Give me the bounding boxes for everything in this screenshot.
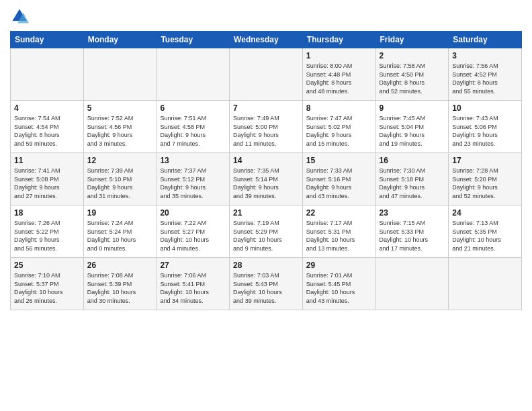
calendar-cell: 26Sunrise: 7:08 AM Sunset: 5:39 PM Dayli…	[83, 258, 157, 310]
day-info: Sunrise: 7:28 AM Sunset: 5:20 PM Dayligh…	[452, 167, 518, 200]
header-day-thursday: Thursday	[302, 32, 375, 48]
day-info: Sunrise: 7:51 AM Sunset: 4:58 PM Dayligh…	[160, 114, 226, 148]
calendar-cell: 23Sunrise: 7:15 AM Sunset: 5:33 PM Dayli…	[375, 205, 449, 258]
day-number: 16	[380, 156, 445, 165]
calendar-cell: 9Sunrise: 7:45 AM Sunset: 5:04 PM Daylig…	[375, 101, 449, 153]
day-number: 9	[380, 103, 445, 113]
day-number: 10	[452, 103, 518, 113]
logo-icon	[10, 7, 29, 26]
day-number: 2	[380, 51, 445, 60]
calendar-cell	[11, 48, 84, 101]
header-day-sunday: Sunday	[11, 32, 84, 48]
logo	[10, 7, 32, 26]
day-info: Sunrise: 7:06 AM Sunset: 5:41 PM Dayligh…	[160, 271, 226, 305]
header-day-wednesday: Wednesday	[230, 32, 303, 48]
day-info: Sunrise: 7:08 AM Sunset: 5:39 PM Dayligh…	[87, 271, 153, 305]
calendar-week-0: 1Sunrise: 8:00 AM Sunset: 4:48 PM Daylig…	[11, 48, 522, 101]
calendar-week-4: 25Sunrise: 7:10 AM Sunset: 5:37 PM Dayli…	[11, 258, 522, 310]
day-number: 25	[14, 261, 80, 270]
day-number: 1	[306, 51, 372, 60]
calendar-cell: 29Sunrise: 7:01 AM Sunset: 5:45 PM Dayli…	[302, 258, 375, 310]
calendar-cell: 11Sunrise: 7:41 AM Sunset: 5:08 PM Dayli…	[11, 153, 84, 205]
day-number: 26	[87, 261, 153, 270]
calendar-cell: 2Sunrise: 7:58 AM Sunset: 4:50 PM Daylig…	[375, 48, 449, 101]
day-number: 29	[306, 261, 372, 270]
day-info: Sunrise: 7:58 AM Sunset: 4:50 PM Dayligh…	[380, 62, 445, 95]
day-number: 22	[306, 208, 372, 218]
calendar-cell: 18Sunrise: 7:26 AM Sunset: 5:22 PM Dayli…	[11, 205, 84, 258]
day-info: Sunrise: 7:49 AM Sunset: 5:00 PM Dayligh…	[233, 114, 299, 148]
page-container: SundayMondayTuesdayWednesdayThursdayFrid…	[0, 0, 532, 314]
day-number: 24	[452, 208, 518, 218]
calendar-cell: 22Sunrise: 7:17 AM Sunset: 5:31 PM Dayli…	[302, 205, 375, 258]
calendar-cell	[230, 48, 303, 101]
day-info: Sunrise: 7:35 AM Sunset: 5:14 PM Dayligh…	[233, 167, 299, 200]
day-info: Sunrise: 7:24 AM Sunset: 5:24 PM Dayligh…	[87, 219, 153, 253]
calendar-cell: 10Sunrise: 7:43 AM Sunset: 5:06 PM Dayli…	[449, 101, 522, 153]
calendar-cell	[83, 48, 157, 101]
day-number: 18	[14, 208, 80, 218]
header-row: SundayMondayTuesdayWednesdayThursdayFrid…	[11, 32, 522, 48]
calendar-week-2: 11Sunrise: 7:41 AM Sunset: 5:08 PM Dayli…	[11, 153, 522, 205]
calendar-cell: 17Sunrise: 7:28 AM Sunset: 5:20 PM Dayli…	[449, 153, 522, 205]
calendar-table: SundayMondayTuesdayWednesdayThursdayFrid…	[10, 31, 522, 310]
calendar-cell: 13Sunrise: 7:37 AM Sunset: 5:12 PM Dayli…	[157, 153, 230, 205]
calendar-cell: 12Sunrise: 7:39 AM Sunset: 5:10 PM Dayli…	[83, 153, 157, 205]
day-number: 23	[380, 208, 445, 218]
day-info: Sunrise: 7:45 AM Sunset: 5:04 PM Dayligh…	[380, 114, 445, 148]
day-info: Sunrise: 7:03 AM Sunset: 5:43 PM Dayligh…	[233, 271, 299, 305]
calendar-cell: 28Sunrise: 7:03 AM Sunset: 5:43 PM Dayli…	[230, 258, 303, 310]
day-info: Sunrise: 8:00 AM Sunset: 4:48 PM Dayligh…	[306, 62, 372, 95]
calendar-week-1: 4Sunrise: 7:54 AM Sunset: 4:54 PM Daylig…	[11, 101, 522, 153]
day-info: Sunrise: 7:30 AM Sunset: 5:18 PM Dayligh…	[380, 167, 445, 200]
day-number: 13	[160, 156, 226, 165]
day-number: 15	[306, 156, 372, 165]
day-info: Sunrise: 7:13 AM Sunset: 5:35 PM Dayligh…	[452, 219, 518, 253]
day-number: 21	[233, 208, 299, 218]
day-info: Sunrise: 7:47 AM Sunset: 5:02 PM Dayligh…	[306, 114, 372, 148]
calendar-cell: 27Sunrise: 7:06 AM Sunset: 5:41 PM Dayli…	[157, 258, 230, 310]
day-number: 14	[233, 156, 299, 165]
calendar-cell	[157, 48, 230, 101]
calendar-cell: 20Sunrise: 7:22 AM Sunset: 5:27 PM Dayli…	[157, 205, 230, 258]
calendar-cell: 24Sunrise: 7:13 AM Sunset: 5:35 PM Dayli…	[449, 205, 522, 258]
day-info: Sunrise: 7:56 AM Sunset: 4:52 PM Dayligh…	[452, 62, 518, 95]
day-info: Sunrise: 7:43 AM Sunset: 5:06 PM Dayligh…	[452, 114, 518, 148]
calendar-body: 1Sunrise: 8:00 AM Sunset: 4:48 PM Daylig…	[11, 48, 522, 310]
day-info: Sunrise: 7:33 AM Sunset: 5:16 PM Dayligh…	[306, 167, 372, 200]
day-info: Sunrise: 7:15 AM Sunset: 5:33 PM Dayligh…	[380, 219, 445, 253]
day-number: 11	[14, 156, 80, 165]
header-day-saturday: Saturday	[449, 32, 522, 48]
day-info: Sunrise: 7:26 AM Sunset: 5:22 PM Dayligh…	[14, 219, 80, 253]
day-info: Sunrise: 7:39 AM Sunset: 5:10 PM Dayligh…	[87, 167, 153, 200]
calendar-cell: 6Sunrise: 7:51 AM Sunset: 4:58 PM Daylig…	[157, 101, 230, 153]
day-info: Sunrise: 7:19 AM Sunset: 5:29 PM Dayligh…	[233, 219, 299, 253]
header-day-tuesday: Tuesday	[157, 32, 230, 48]
day-number: 7	[233, 103, 299, 113]
calendar-cell: 3Sunrise: 7:56 AM Sunset: 4:52 PM Daylig…	[449, 48, 522, 101]
calendar-cell: 7Sunrise: 7:49 AM Sunset: 5:00 PM Daylig…	[230, 101, 303, 153]
header-day-monday: Monday	[83, 32, 157, 48]
calendar-cell: 25Sunrise: 7:10 AM Sunset: 5:37 PM Dayli…	[11, 258, 84, 310]
day-number: 28	[233, 261, 299, 270]
calendar-cell: 21Sunrise: 7:19 AM Sunset: 5:29 PM Dayli…	[230, 205, 303, 258]
calendar-cell: 14Sunrise: 7:35 AM Sunset: 5:14 PM Dayli…	[230, 153, 303, 205]
day-info: Sunrise: 7:17 AM Sunset: 5:31 PM Dayligh…	[306, 219, 372, 253]
day-number: 19	[87, 208, 153, 218]
calendar-cell	[375, 258, 449, 310]
day-number: 27	[160, 261, 226, 270]
day-number: 20	[160, 208, 226, 218]
day-info: Sunrise: 7:41 AM Sunset: 5:08 PM Dayligh…	[14, 167, 80, 200]
day-number: 6	[160, 103, 226, 113]
day-info: Sunrise: 7:01 AM Sunset: 5:45 PM Dayligh…	[306, 271, 372, 305]
calendar-cell: 8Sunrise: 7:47 AM Sunset: 5:02 PM Daylig…	[302, 101, 375, 153]
page-header	[10, 7, 522, 26]
day-number: 8	[306, 103, 372, 113]
day-info: Sunrise: 7:52 AM Sunset: 4:56 PM Dayligh…	[87, 114, 153, 148]
calendar-header: SundayMondayTuesdayWednesdayThursdayFrid…	[11, 32, 522, 48]
day-info: Sunrise: 7:22 AM Sunset: 5:27 PM Dayligh…	[160, 219, 226, 253]
calendar-cell: 1Sunrise: 8:00 AM Sunset: 4:48 PM Daylig…	[302, 48, 375, 101]
header-day-friday: Friday	[375, 32, 449, 48]
day-info: Sunrise: 7:54 AM Sunset: 4:54 PM Dayligh…	[14, 114, 80, 148]
calendar-cell	[449, 258, 522, 310]
